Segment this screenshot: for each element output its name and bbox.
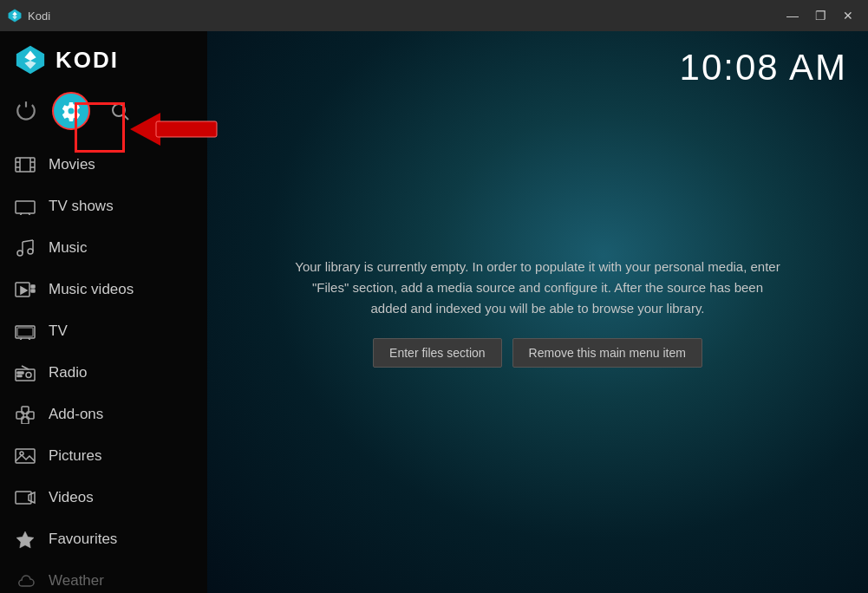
close-button[interactable]: ✕ xyxy=(835,4,861,27)
radio-icon xyxy=(14,362,36,384)
title-bar-left: Kodi xyxy=(7,8,50,23)
pictures-icon xyxy=(14,445,36,467)
svg-rect-37 xyxy=(17,375,22,377)
nav-label-addons: Add-ons xyxy=(49,406,103,423)
minimize-button[interactable]: — xyxy=(780,4,806,27)
main-container: KODI xyxy=(0,31,868,593)
title-bar-title: Kodi xyxy=(28,10,50,23)
sidebar-header: KODI xyxy=(0,31,207,85)
svg-point-35 xyxy=(26,373,31,378)
nav-item-tvshows[interactable]: TV shows xyxy=(0,186,207,227)
svg-marker-27 xyxy=(21,287,27,294)
nav-item-addons[interactable]: Add-ons xyxy=(0,394,207,435)
svg-point-6 xyxy=(113,104,125,116)
settings-button[interactable] xyxy=(52,92,90,130)
search-icon[interactable] xyxy=(108,99,132,123)
nav-label-videos: Videos xyxy=(49,489,94,506)
power-icon[interactable] xyxy=(14,99,38,123)
nav-item-radio[interactable]: Radio xyxy=(0,352,207,394)
nav-item-pictures[interactable]: Pictures xyxy=(0,435,207,477)
svg-rect-29 xyxy=(31,290,35,292)
music-icon xyxy=(14,237,36,259)
svg-rect-36 xyxy=(17,372,23,374)
weather-icon xyxy=(14,570,36,592)
library-message: Your library is currently empty. In orde… xyxy=(269,231,806,394)
musicvideos-icon xyxy=(14,278,36,301)
svg-rect-43 xyxy=(16,449,35,463)
nav-item-videos[interactable]: Videos xyxy=(0,477,207,518)
nav-label-music: Music xyxy=(49,239,87,257)
nav-item-tv[interactable]: TV xyxy=(0,310,207,352)
nav-label-tv: TV xyxy=(49,323,68,340)
videos-icon xyxy=(14,486,36,509)
clock: 10:08 AM xyxy=(680,47,847,88)
svg-marker-47 xyxy=(16,531,34,548)
movies-icon xyxy=(14,153,36,176)
kodi-logo: KODI xyxy=(14,43,119,76)
svg-rect-33 xyxy=(17,328,33,336)
remove-menu-item-button[interactable]: Remove this main menu item xyxy=(512,338,702,368)
nav-item-music[interactable]: Music xyxy=(0,227,207,269)
svg-rect-18 xyxy=(16,201,35,213)
title-bar: Kodi — ❐ ✕ xyxy=(0,0,868,31)
library-buttons: Enter files section Remove this main men… xyxy=(295,338,780,368)
nav-item-musicvideos[interactable]: Music videos xyxy=(0,269,207,310)
svg-line-7 xyxy=(124,115,129,121)
favourites-icon xyxy=(14,528,36,551)
nav-label-favourites: Favourites xyxy=(49,531,117,548)
kodi-logo-icon xyxy=(14,43,47,76)
title-bar-controls: — ❐ ✕ xyxy=(780,4,861,27)
nav-label-radio: Radio xyxy=(49,364,87,381)
nav-label-tvshows: TV shows xyxy=(49,198,114,215)
kodi-small-icon xyxy=(7,8,23,23)
addons-icon xyxy=(14,403,36,426)
svg-rect-28 xyxy=(31,285,35,288)
svg-rect-11 xyxy=(16,158,35,172)
svg-rect-8 xyxy=(156,121,217,137)
svg-line-25 xyxy=(23,240,33,242)
svg-point-21 xyxy=(17,251,23,256)
sidebar-actions xyxy=(0,85,207,144)
nav-list: Movies TV shows xyxy=(0,144,207,593)
library-empty-text: Your library is currently empty. In orde… xyxy=(295,257,780,319)
nav-label-movies: Movies xyxy=(49,156,95,173)
arrow-annotation xyxy=(130,106,225,153)
nav-item-weather[interactable]: Weather xyxy=(0,560,207,593)
tvshows-icon xyxy=(14,195,36,218)
kodi-logo-text: KODI xyxy=(55,47,119,74)
sidebar: KODI xyxy=(0,31,207,593)
nav-label-pictures: Pictures xyxy=(49,447,101,465)
tv-icon xyxy=(14,320,36,342)
enter-files-button[interactable]: Enter files section xyxy=(373,338,502,368)
nav-item-favourites[interactable]: Favourites xyxy=(0,518,207,560)
maximize-button[interactable]: ❐ xyxy=(807,4,833,27)
svg-point-22 xyxy=(28,249,33,254)
nav-label-musicvideos: Music videos xyxy=(49,281,134,298)
content-area: 10:08 AM Your library is currently empty… xyxy=(207,31,868,593)
nav-label-weather: Weather xyxy=(49,572,104,590)
